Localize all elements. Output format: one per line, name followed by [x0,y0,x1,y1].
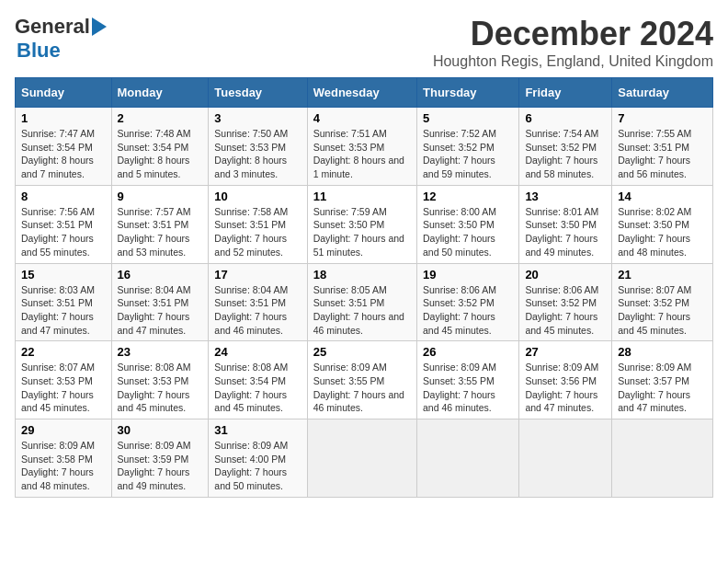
day-info: Sunrise: 7:59 AMSunset: 3:50 PMDaylight:… [313,206,404,258]
table-row: 30 Sunrise: 8:09 AMSunset: 3:59 PMDaylig… [111,419,209,498]
table-row: 13 Sunrise: 8:01 AMSunset: 3:50 PMDaylig… [519,185,612,263]
table-row: 14 Sunrise: 8:02 AMSunset: 3:50 PMDaylig… [612,185,713,263]
table-row: 1 Sunrise: 7:47 AMSunset: 3:54 PMDayligh… [16,108,112,186]
day-info: Sunrise: 8:07 AMSunset: 3:52 PMDaylight:… [618,284,691,336]
day-info: Sunrise: 7:55 AMSunset: 3:51 PMDaylight:… [618,128,691,179]
table-row: 4 Sunrise: 7:51 AMSunset: 3:53 PMDayligh… [307,108,416,186]
table-row: 5 Sunrise: 7:52 AMSunset: 3:52 PMDayligh… [417,108,519,186]
table-row: 10 Sunrise: 7:58 AMSunset: 3:51 PMDaylig… [209,185,307,263]
day-number: 25 [313,345,411,359]
day-number: 9 [118,190,203,203]
day-number: 27 [525,345,606,359]
day-info: Sunrise: 8:09 AMSunset: 3:55 PMDaylight:… [313,362,404,413]
day-info: Sunrise: 8:09 AMSunset: 3:55 PMDaylight:… [423,362,496,413]
day-info: Sunrise: 7:50 AMSunset: 3:53 PMDaylight:… [214,128,288,179]
calendar-week-4: 22 Sunrise: 8:07 AMSunset: 3:53 PMDaylig… [16,341,713,419]
day-number: 29 [21,423,106,437]
table-row: 11 Sunrise: 7:59 AMSunset: 3:50 PMDaylig… [307,185,416,263]
day-number: 20 [525,268,606,282]
table-row [519,419,612,498]
day-number: 18 [313,268,411,282]
day-number: 15 [21,268,106,282]
header-row: Sunday Monday Tuesday Wednesday Thursday… [16,78,713,108]
day-number: 19 [423,268,513,282]
calendar-week-1: 1 Sunrise: 7:47 AMSunset: 3:54 PMDayligh… [16,108,713,186]
day-number: 24 [214,345,301,359]
table-row: 27 Sunrise: 8:09 AMSunset: 3:56 PMDaylig… [519,341,612,419]
day-info: Sunrise: 8:07 AMSunset: 3:53 PMDaylight:… [21,362,95,413]
table-row: 17 Sunrise: 8:04 AMSunset: 3:51 PMDaylig… [209,263,307,341]
day-info: Sunrise: 7:48 AMSunset: 3:54 PMDaylight:… [118,128,191,179]
day-number: 6 [525,111,606,125]
col-friday: Friday [519,78,612,108]
table-row: 16 Sunrise: 8:04 AMSunset: 3:51 PMDaylig… [111,263,209,341]
day-info: Sunrise: 8:02 AMSunset: 3:50 PMDaylight:… [618,206,691,258]
day-info: Sunrise: 8:09 AMSunset: 4:00 PMDaylight:… [214,440,288,491]
header: General Blue December 2024 Houghton Regi… [15,15,713,70]
day-info: Sunrise: 7:54 AMSunset: 3:52 PMDaylight:… [525,128,598,179]
table-row: 8 Sunrise: 7:56 AMSunset: 3:51 PMDayligh… [16,185,112,263]
col-tuesday: Tuesday [209,78,307,108]
table-row: 6 Sunrise: 7:54 AMSunset: 3:52 PMDayligh… [519,108,612,186]
day-info: Sunrise: 7:57 AMSunset: 3:51 PMDaylight:… [118,206,191,258]
table-row: 2 Sunrise: 7:48 AMSunset: 3:54 PMDayligh… [111,108,209,186]
location-title: Houghton Regis, England, United Kingdom [433,53,713,70]
day-info: Sunrise: 8:04 AMSunset: 3:51 PMDaylight:… [118,284,191,336]
day-number: 13 [525,190,606,203]
day-number: 28 [618,345,707,359]
logo: General Blue [15,15,107,63]
day-number: 8 [21,190,106,203]
day-info: Sunrise: 8:01 AMSunset: 3:50 PMDaylight:… [525,206,598,258]
table-row: 18 Sunrise: 8:05 AMSunset: 3:51 PMDaylig… [307,263,416,341]
day-info: Sunrise: 8:09 AMSunset: 3:59 PMDaylight:… [118,440,191,491]
col-thursday: Thursday [417,78,519,108]
col-wednesday: Wednesday [307,78,416,108]
day-info: Sunrise: 7:58 AMSunset: 3:51 PMDaylight:… [214,206,288,258]
day-number: 1 [21,111,106,125]
day-number: 23 [118,345,203,359]
table-row: 20 Sunrise: 8:06 AMSunset: 3:52 PMDaylig… [519,263,612,341]
day-number: 7 [618,111,707,125]
table-row: 23 Sunrise: 8:08 AMSunset: 3:53 PMDaylig… [111,341,209,419]
day-info: Sunrise: 8:09 AMSunset: 3:56 PMDaylight:… [525,362,598,413]
day-number: 30 [118,423,203,437]
table-row: 7 Sunrise: 7:55 AMSunset: 3:51 PMDayligh… [612,108,713,186]
day-info: Sunrise: 7:52 AMSunset: 3:52 PMDaylight:… [423,128,496,179]
day-number: 31 [214,423,301,437]
table-row: 22 Sunrise: 8:07 AMSunset: 3:53 PMDaylig… [16,341,112,419]
logo-arrow-icon [92,17,107,36]
calendar-week-5: 29 Sunrise: 8:09 AMSunset: 3:58 PMDaylig… [16,419,713,498]
day-number: 16 [118,268,203,282]
day-info: Sunrise: 8:08 AMSunset: 3:53 PMDaylight:… [118,362,191,413]
calendar-week-3: 15 Sunrise: 8:03 AMSunset: 3:51 PMDaylig… [16,263,713,341]
logo-part1: General [15,15,90,39]
table-row: 31 Sunrise: 8:09 AMSunset: 4:00 PMDaylig… [209,419,307,498]
col-sunday: Sunday [16,78,112,108]
day-number: 10 [214,190,301,203]
day-info: Sunrise: 7:51 AMSunset: 3:53 PMDaylight:… [313,128,404,179]
day-info: Sunrise: 8:00 AMSunset: 3:50 PMDaylight:… [423,206,496,258]
day-number: 26 [423,345,513,359]
day-number: 12 [423,190,513,203]
day-number: 22 [21,345,106,359]
day-info: Sunrise: 8:08 AMSunset: 3:54 PMDaylight:… [214,362,288,413]
day-info: Sunrise: 7:47 AMSunset: 3:54 PMDaylight:… [21,128,95,179]
day-info: Sunrise: 8:06 AMSunset: 3:52 PMDaylight:… [423,284,496,336]
day-number: 21 [618,268,707,282]
table-row: 25 Sunrise: 8:09 AMSunset: 3:55 PMDaylig… [307,341,416,419]
table-row [612,419,713,498]
table-row: 21 Sunrise: 8:07 AMSunset: 3:52 PMDaylig… [612,263,713,341]
table-row [417,419,519,498]
day-info: Sunrise: 7:56 AMSunset: 3:51 PMDaylight:… [21,206,95,258]
day-info: Sunrise: 8:03 AMSunset: 3:51 PMDaylight:… [21,284,95,336]
table-row: 15 Sunrise: 8:03 AMSunset: 3:51 PMDaylig… [16,263,112,341]
table-row [307,419,416,498]
day-info: Sunrise: 8:04 AMSunset: 3:51 PMDaylight:… [214,284,288,336]
day-number: 17 [214,268,301,282]
col-monday: Monday [111,78,209,108]
day-number: 11 [313,190,411,203]
table-row: 26 Sunrise: 8:09 AMSunset: 3:55 PMDaylig… [417,341,519,419]
col-saturday: Saturday [612,78,713,108]
calendar-week-2: 8 Sunrise: 7:56 AMSunset: 3:51 PMDayligh… [16,185,713,263]
day-number: 14 [618,190,707,203]
